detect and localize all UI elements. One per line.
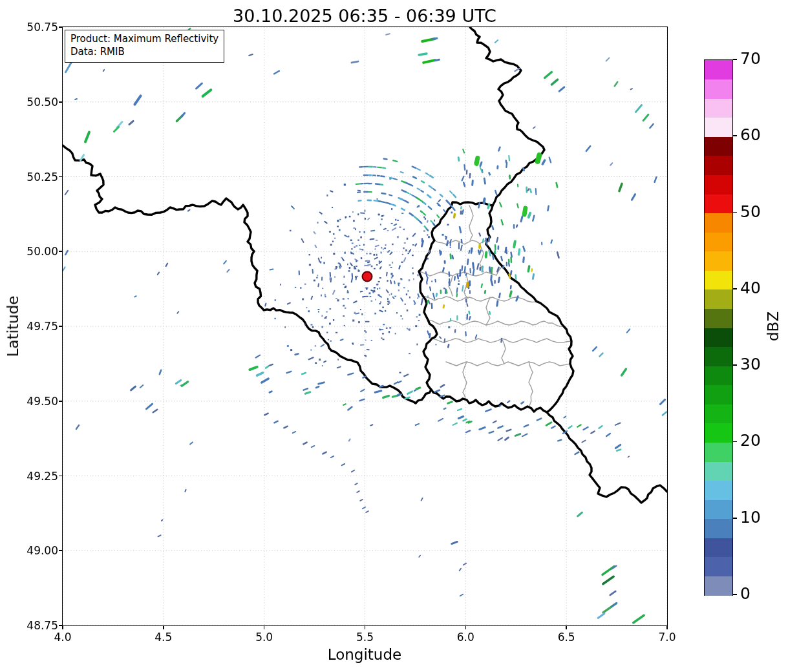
colorbar-segment xyxy=(705,404,732,423)
colorbar-segment xyxy=(705,538,732,557)
radar-figure: 30.10.2025 06:35 - 06:39 UTC Product: Ma… xyxy=(0,0,788,672)
x-tick-mark xyxy=(566,626,567,629)
colorbar-segment xyxy=(705,98,732,118)
x-tick-label: 6.5 xyxy=(548,631,584,644)
colorbar-tick-mark xyxy=(733,59,737,60)
colorbar-segment xyxy=(705,423,732,443)
x-tick-mark xyxy=(163,626,164,629)
x-tick-mark xyxy=(365,626,366,629)
x-tick-mark xyxy=(465,626,467,629)
y-tick-label: 49.50 xyxy=(19,395,58,408)
colorbar-tick-label: 30 xyxy=(740,355,761,373)
colorbar-tick-label: 70 xyxy=(740,49,761,68)
y-tick-mark xyxy=(59,625,62,626)
colorbar-segment xyxy=(705,251,732,271)
x-tick-mark xyxy=(264,626,265,629)
colorbar-segment xyxy=(705,481,732,500)
colorbar-segment xyxy=(705,194,732,213)
colorbar-tick-mark xyxy=(733,364,737,366)
y-tick-mark xyxy=(59,101,62,103)
x-tick-mark xyxy=(62,626,63,629)
colorbar-segment xyxy=(705,499,732,519)
colorbar-segment xyxy=(705,366,732,385)
colorbar-segment xyxy=(705,232,732,251)
colorbar-tick-label: 10 xyxy=(740,508,761,527)
product-label: Product: Maximum Reflectivity xyxy=(70,32,218,45)
colorbar-segment xyxy=(705,576,732,595)
colorbar-segment xyxy=(705,557,732,576)
colorbar-label: dBZ xyxy=(765,311,782,341)
y-tick-mark xyxy=(59,326,62,327)
colorbar-tick-mark xyxy=(733,441,737,443)
colorbar-segment xyxy=(705,60,732,79)
colorbar-segment xyxy=(705,118,732,137)
colorbar-tick-label: 20 xyxy=(740,431,761,450)
y-tick-mark xyxy=(59,26,62,28)
colorbar-segment xyxy=(705,289,732,309)
y-tick-label: 48.75 xyxy=(19,619,58,632)
colorbar-segment xyxy=(705,328,732,347)
y-tick-label: 50.75 xyxy=(19,21,58,34)
x-tick-label: 5.0 xyxy=(246,631,282,644)
y-tick-mark xyxy=(59,476,62,477)
colorbar-segment xyxy=(705,347,732,366)
x-tick-label: 7.0 xyxy=(649,631,685,644)
y-tick-mark xyxy=(59,401,62,402)
colorbar xyxy=(704,59,733,596)
colorbar-tick-label: 40 xyxy=(740,278,761,297)
colorbar-tick-mark xyxy=(733,212,737,213)
x-tick-mark xyxy=(666,626,668,629)
y-tick-mark xyxy=(59,550,62,551)
colorbar-segment xyxy=(705,79,732,99)
x-tick-label: 4.5 xyxy=(145,631,182,644)
y-tick-label: 49.00 xyxy=(19,544,58,557)
colorbar-segment xyxy=(705,156,732,175)
y-tick-label: 50.25 xyxy=(19,171,58,184)
x-axis-label: Longitude xyxy=(328,646,401,663)
colorbar-segment xyxy=(705,270,732,289)
colorbar-segment xyxy=(705,442,732,461)
colorbar-tick-label: 0 xyxy=(740,584,751,603)
y-tick-mark xyxy=(59,176,62,178)
colorbar-segment xyxy=(705,461,732,481)
y-tick-mark xyxy=(59,251,62,252)
colorbar-tick-mark xyxy=(733,135,737,136)
colorbar-segment xyxy=(705,213,732,233)
x-tick-label: 5.5 xyxy=(347,631,383,644)
radar-map-canvas xyxy=(0,0,788,672)
colorbar-segment xyxy=(705,385,732,404)
data-source-label: Data: RMIB xyxy=(70,45,218,58)
y-tick-label: 50.00 xyxy=(19,245,58,258)
colorbar-segment xyxy=(705,519,732,538)
y-tick-label: 49.75 xyxy=(19,320,58,333)
colorbar-tick-mark xyxy=(733,288,737,289)
x-tick-label: 4.0 xyxy=(45,631,81,644)
colorbar-tick-mark xyxy=(733,594,737,595)
colorbar-tick-label: 50 xyxy=(740,202,761,221)
colorbar-tick-mark xyxy=(733,518,737,519)
colorbar-segment xyxy=(705,308,732,328)
colorbar-segment xyxy=(705,136,732,156)
y-tick-label: 49.25 xyxy=(19,470,58,483)
product-info-box: Product: Maximum Reflectivity Data: RMIB xyxy=(65,30,224,63)
colorbar-tick-label: 60 xyxy=(740,125,761,144)
page-title: 30.10.2025 06:35 - 06:39 UTC xyxy=(233,6,496,26)
colorbar-segment xyxy=(705,174,732,194)
y-tick-label: 50.50 xyxy=(19,96,58,109)
x-tick-label: 6.0 xyxy=(447,631,484,644)
